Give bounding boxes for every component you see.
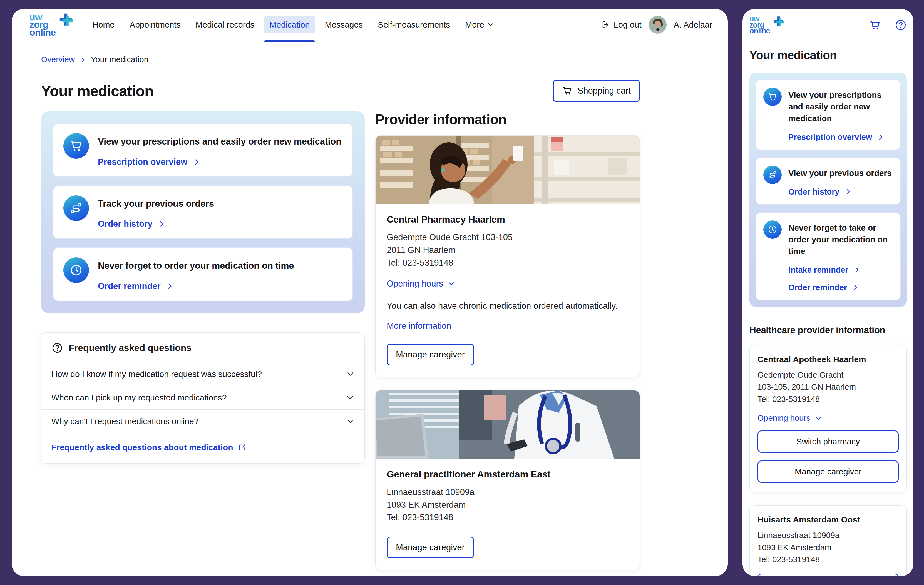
shopping-cart-label: Shopping cart [578, 86, 631, 96]
nav-item-appointments[interactable]: Appointments [124, 16, 186, 33]
gp-photo [376, 391, 640, 459]
manage-caregiver-button[interactable]: Manage caregiver [757, 460, 899, 483]
chevron-right-icon [193, 158, 200, 166]
nav-item-messages[interactable]: Messages [319, 16, 368, 33]
faq-question-3[interactable]: Why can't I request medications online? [41, 409, 365, 433]
clock-icon [767, 224, 777, 234]
nav-item-medication[interactable]: Medication [264, 16, 315, 33]
order-reminder-link[interactable]: Order reminder [788, 283, 859, 292]
orders-card: View your previous orders Order history [756, 157, 901, 205]
faq-question-2[interactable]: When can I pick up my requested medicati… [41, 386, 365, 409]
route-icon-badge [763, 166, 782, 184]
gp-address-line1: Linnaeusstraat 10909a [757, 529, 899, 542]
manage-caregiver-button[interactable]: Manage caregiver [757, 573, 899, 576]
nav-item-self-measurements[interactable]: Self-measurements [372, 16, 455, 33]
breadcrumb-overview-link[interactable]: Overview [41, 55, 75, 64]
nav-more-label: More [465, 20, 484, 30]
breadcrumb-current: Your medication [91, 55, 148, 64]
card-title: View your prescriptions and easily order… [788, 87, 893, 124]
prescription-overview-link[interactable]: Prescription overview [788, 133, 884, 142]
manage-caregiver-button[interactable]: Manage caregiver [387, 344, 474, 366]
brand-logo-line3: online [749, 28, 770, 34]
more-information-label: More information [387, 321, 451, 331]
chevron-down-icon [346, 394, 355, 402]
link-label: Intake reminder [788, 265, 848, 275]
header-right: Log out A. Adelaar [601, 16, 712, 34]
logout-label: Log out [614, 20, 641, 30]
nav-item-home[interactable]: Home [87, 16, 120, 33]
order-history-link[interactable]: Order history [98, 219, 165, 229]
nav-item-medical-records[interactable]: Medical records [190, 16, 260, 33]
faq-external-link[interactable]: Frequently asked questions about medicat… [51, 443, 246, 452]
chevron-right-icon [845, 188, 852, 195]
mobile-header: uw zorg online [749, 16, 907, 34]
faq-external-link-label: Frequently asked questions about medicat… [51, 443, 233, 452]
link-label: Prescription overview [788, 133, 872, 142]
gp-card: Huisarts Amsterdam Oost Linnaeusstraat 1… [749, 505, 907, 576]
user-name: A. Adelaar [674, 20, 712, 30]
reminder-card: Never forget to take or order your medic… [756, 212, 901, 300]
desktop-window: uw zorg online Home Appointments Medical… [12, 9, 728, 576]
pharmacy-name: Central Pharmacy Haarlem [387, 214, 629, 225]
mobile-page-title: Your medication [749, 49, 907, 62]
help-icon[interactable] [894, 19, 907, 31]
logout-button[interactable]: Log out [601, 20, 641, 30]
faq-question-1[interactable]: How do I know if my medication request w… [41, 362, 365, 386]
prescriptions-card: View your prescriptions and easily order… [53, 123, 353, 177]
clock-icon-badge [763, 221, 782, 239]
chronic-medication-note: You can also have chronic medication ord… [387, 301, 629, 311]
chevron-right-icon [853, 266, 861, 274]
intake-reminder-link[interactable]: Intake reminder [788, 265, 861, 275]
nav-item-more[interactable]: More [459, 16, 500, 33]
clock-icon-badge [63, 257, 89, 283]
brand-cross-icon [58, 12, 74, 28]
chevron-right-icon [877, 133, 884, 141]
pharmacy-phone: Tel: 023-5319148 [387, 257, 629, 269]
cart-icon[interactable] [869, 19, 881, 31]
pharmacy-card: Central Pharmacy Haarlem Gedempte Oude G… [375, 135, 640, 377]
brand-logo[interactable]: uw zorg online [749, 16, 786, 34]
cart-icon-badge [763, 87, 782, 106]
chevron-down-icon [487, 21, 494, 28]
opening-hours-toggle[interactable]: Opening hours [757, 414, 822, 423]
brand-logo-line3: online [30, 29, 56, 36]
brand-logo[interactable]: uw zorg online [30, 13, 76, 36]
cart-icon-badge [63, 133, 89, 159]
orders-card: Track your previous orders Order history [53, 185, 353, 239]
pharmacy-address-line1: Gedempte Oude Gracht 103-105 [387, 231, 629, 244]
order-reminder-link[interactable]: Order reminder [98, 281, 173, 291]
route-icon-badge [63, 195, 89, 221]
mobile-actions-panel: View your prescriptions and easily order… [749, 73, 907, 307]
manage-caregiver-button[interactable]: Manage caregiver [387, 537, 474, 558]
chevron-down-icon [447, 280, 455, 288]
cart-icon [69, 139, 83, 153]
more-information-link[interactable]: More information [387, 321, 451, 331]
faq-footer: Frequently asked questions about medicat… [41, 433, 365, 463]
provider-section-title: Provider information [375, 112, 640, 128]
card-title: Track your previous orders [98, 198, 214, 210]
route-icon [767, 170, 777, 180]
top-navigation-bar: uw zorg online Home Appointments Medical… [12, 9, 728, 41]
shopping-cart-button[interactable]: Shopping cart [553, 80, 640, 102]
opening-hours-toggle[interactable]: Opening hours [387, 279, 455, 289]
link-label: Order history [788, 187, 840, 196]
desktop-content: Overview Your medication Your medication… [12, 55, 728, 570]
cart-icon [562, 86, 573, 96]
pharmacy-photo [376, 136, 640, 204]
order-history-link[interactable]: Order history [788, 187, 852, 196]
pharmacy-address-line1: Gedempte Oude Gracht [757, 369, 899, 381]
mobile-window: uw zorg online Your medication Vie [742, 9, 913, 576]
pharmacy-address-line2: 103-105, 2011 GN Haarlem [757, 381, 899, 393]
chevron-right-icon [80, 57, 86, 63]
card-title: Never forget to take or order your medic… [788, 221, 893, 257]
gp-card: General practitioner Amsterdam East Linn… [375, 390, 640, 570]
pharmacy-name: Centraal Apotheek Haarlem [757, 354, 899, 364]
prescription-overview-link[interactable]: Prescription overview [98, 157, 200, 167]
gp-address-line2: 1093 EK Amsterdam [757, 542, 899, 554]
pharmacy-address-line2: 2011 GN Haarlem [387, 244, 629, 257]
opening-hours-label: Opening hours [387, 279, 443, 289]
avatar[interactable] [649, 16, 667, 34]
switch-pharmacy-button[interactable]: Switch pharmacy [757, 430, 899, 453]
opening-hours-label: Opening hours [757, 414, 810, 423]
avatar-image [649, 16, 667, 34]
